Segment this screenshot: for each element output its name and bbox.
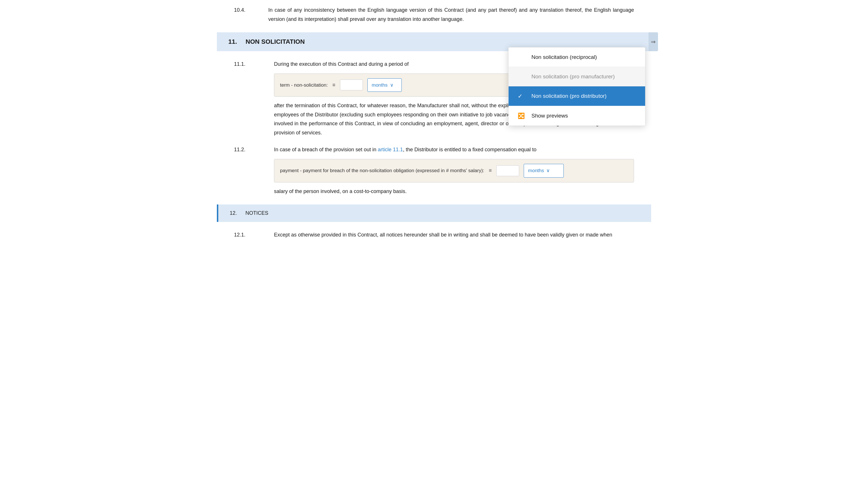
section-arrow-button[interactable]: ⇒ [649, 32, 658, 51]
dropdown-item-pro-manufacturer[interactable]: Non solicitation (pro manufacturer) [508, 67, 645, 86]
dropdown-item-show-previews[interactable]: 🔀 Show previews [508, 106, 645, 125]
dropdown-item-pro-distributor[interactable]: ✓ Non solicitation (pro distributor) [508, 86, 645, 106]
chevron-down-icon-11-2: ∨ [546, 167, 550, 175]
section-12-header: 12. NOTICES [217, 204, 651, 222]
clause-11-2-intro-after: , the Distributor is entitled to a fixed… [403, 147, 536, 152]
clause-11-2-body: salary of the person involved, on a cost… [274, 187, 634, 196]
dropdown-label-pro-distributor: Non solicitation (pro distributor) [531, 93, 607, 99]
section-12-title: NOTICES [245, 210, 268, 216]
menu-icon-11-1[interactable]: ≡ [332, 81, 335, 90]
field-label-11-1: term - non-solicitation: [280, 81, 328, 89]
dropdown-item-reciprocal[interactable]: Non solicitation (reciprocal) [508, 48, 645, 67]
clause-11-2-content: In case of a breach of the provision set… [274, 145, 634, 196]
dropdown-label-reciprocal: Non solicitation (reciprocal) [531, 54, 597, 60]
clause-12-1: 12.1. Except as otherwise provided in th… [234, 230, 634, 240]
share-icon: 🔀 [518, 112, 526, 119]
clause-11-1-number: 11.1. [234, 60, 262, 137]
months-label-11-2: months [528, 167, 544, 175]
months-select-11-1[interactable]: months ∨ [367, 78, 402, 92]
section-11-number: 11. [228, 38, 237, 46]
months-label-11-1: months [372, 81, 388, 89]
field-label-11-2: payment - payment for breach of the non-… [280, 167, 484, 175]
section-12-number: 12. [230, 210, 237, 216]
section-11-header: 11. NON SOLICITATION Non solicitation (r… [217, 32, 651, 51]
check-reciprocal [518, 54, 526, 60]
dropdown-label-pro-manufacturer: Non solicitation (pro manufacturer) [531, 74, 615, 80]
clause-11-1-intro: During the execution of this Contract an… [274, 61, 409, 67]
clause-12-1-text: Except as otherwise provided in this Con… [274, 230, 634, 240]
clause-11-2-intro-before: In case of a breach of the provision set… [274, 147, 378, 152]
article-11-1-link[interactable]: article 11.1 [378, 147, 403, 152]
clause-10-4-text: In case of any inconsistency between the… [268, 6, 634, 24]
clause-10-4-number: 10.4. [234, 6, 257, 24]
menu-icon-11-2[interactable]: ≡ [489, 166, 492, 175]
clause-12-1-content: Except as otherwise provided in this Con… [274, 230, 634, 240]
section-11-title: NON SOLICITATION [246, 38, 305, 46]
term-input-11-1[interactable] [340, 80, 363, 90]
dropdown-label-show-previews: Show previews [531, 113, 568, 119]
check-pro-manufacturer [518, 73, 526, 80]
chevron-down-icon-11-1: ∨ [390, 81, 394, 89]
clause-12-1-number: 12.1. [234, 230, 262, 240]
field-box-11-2: payment - payment for breach of the non-… [274, 159, 634, 182]
clause-type-dropdown: Non solicitation (reciprocal) Non solici… [508, 47, 645, 126]
arrow-right-icon: ⇒ [651, 38, 656, 45]
clause-11-2: 11.2. In case of a breach of the provisi… [234, 145, 634, 196]
clause-10-4: 10.4. In case of any inconsistency betwe… [234, 6, 634, 24]
term-input-11-2[interactable] [496, 165, 519, 176]
check-pro-distributor: ✓ [518, 93, 526, 99]
months-select-11-2[interactable]: months ∨ [524, 164, 564, 178]
clause-11-2-number: 11.2. [234, 145, 262, 196]
